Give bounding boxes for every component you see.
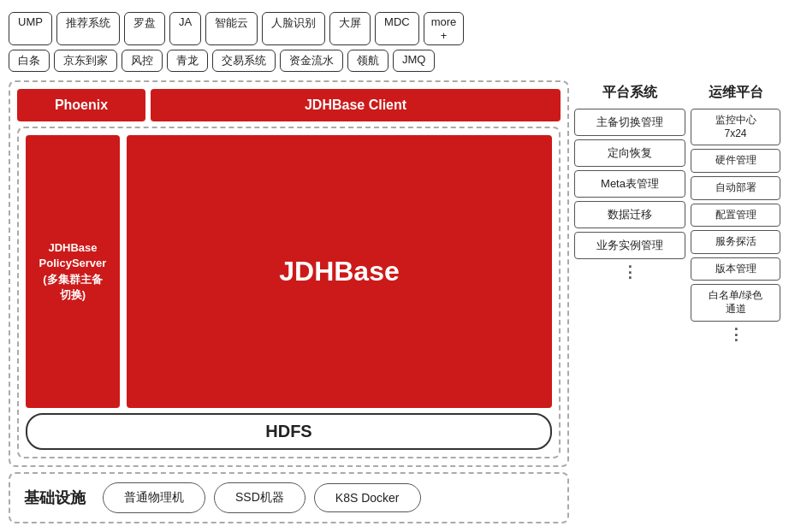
policy-server-box: JDHBasePolicyServer(多集群主备切换) xyxy=(26,135,120,408)
tag-more[interactable]: more+ xyxy=(424,12,465,45)
inner-dashed: JDHBasePolicyServer(多集群主备切换) JDHBase HDF… xyxy=(17,127,561,458)
platform-title: 平台系统 xyxy=(574,80,685,105)
infra-item-physical[interactable]: 普通物理机 xyxy=(103,482,205,513)
phoenix-label: Phoenix xyxy=(55,98,108,113)
infra-label: 基础设施 xyxy=(24,488,86,508)
platform-item-0[interactable]: 主备切换管理 xyxy=(574,109,685,136)
platform-more-dots: ⋮ xyxy=(574,263,685,281)
ops-item-probe[interactable]: 服务探活 xyxy=(691,230,780,254)
tag-zijinliushui[interactable]: 资金流水 xyxy=(280,50,343,72)
left-center-block: Phoenix JDHBase Client JDHBasePolicyServ… xyxy=(9,80,569,467)
tag-fengkong[interactable]: 风控 xyxy=(122,50,163,72)
tag-dapin[interactable]: 大屏 xyxy=(329,12,371,45)
ops-item-monitor[interactable]: 监控中心7x24 xyxy=(691,109,780,145)
jdhbase-client-box: JDHBase Client xyxy=(151,89,561,121)
top-tags-row: UMP 推荐系统 罗盘 JA 智能云 人脸识别 大屏 MDC more+ 白条 … xyxy=(9,9,780,75)
platform-item-1[interactable]: 定向恢复 xyxy=(574,139,685,167)
ops-item-whitelist[interactable]: 白名单/绿色通道 xyxy=(691,284,780,321)
platform-section: 平台系统 主备切换管理 定向恢复 Meta表管理 数据迁移 业务实例管理 ⋮ xyxy=(574,80,685,523)
platform-item-2[interactable]: Meta表管理 xyxy=(574,170,685,198)
jdhbase-big-box: JDHBase xyxy=(127,135,552,408)
ops-items: 监控中心7x24 硬件管理 自动部署 配置管理 服务探活 版本管理 白名单/绿色… xyxy=(691,109,780,343)
tag-ja[interactable]: JA xyxy=(169,12,201,45)
hdfs-label: HDFS xyxy=(265,422,311,441)
jdhbase-client-label: JDHBase Client xyxy=(305,98,406,113)
bottom-infra: 基础设施 普通物理机 SSD机器 K8S Docker xyxy=(9,472,569,523)
ops-item-deploy[interactable]: 自动部署 xyxy=(691,176,780,200)
tag-linghang[interactable]: 领航 xyxy=(347,50,389,72)
platform-items: 主备切换管理 定向恢复 Meta表管理 数据迁移 业务实例管理 ⋮ xyxy=(574,109,685,281)
ops-item-hardware[interactable]: 硬件管理 xyxy=(691,149,780,173)
tag-jiaoyixitong[interactable]: 交易系统 xyxy=(212,50,276,72)
jdhbase-label: JDHBase xyxy=(279,256,400,287)
tag-jdtojia[interactable]: 京东到家 xyxy=(54,50,117,72)
inner-top: JDHBasePolicyServer(多集群主备切换) JDHBase xyxy=(26,135,552,408)
tag-qinglong[interactable]: 青龙 xyxy=(167,50,208,72)
middle-area: Phoenix JDHBase Client JDHBasePolicyServ… xyxy=(9,80,780,523)
client-bar: Phoenix JDHBase Client xyxy=(17,89,561,121)
tag-recommend[interactable]: 推荐系统 xyxy=(56,12,120,45)
phoenix-box: Phoenix xyxy=(17,89,145,121)
platform-item-3[interactable]: 数据迁移 xyxy=(574,201,685,228)
platform-item-4[interactable]: 业务实例管理 xyxy=(574,232,685,259)
hdfs-box: HDFS xyxy=(26,413,552,450)
infra-item-ssd[interactable]: SSD机器 xyxy=(214,482,306,513)
tag-mdc[interactable]: MDC xyxy=(375,12,419,45)
infra-item-k8s[interactable]: K8S Docker xyxy=(314,483,421,512)
right-ops-panel: 运维平台 监控中心7x24 硬件管理 自动部署 配置管理 服务探活 版本管理 白… xyxy=(691,80,780,523)
ops-item-config[interactable]: 配置管理 xyxy=(691,204,780,228)
ops-more-dots: ⋮ xyxy=(691,325,780,344)
tag-face[interactable]: 人脸识别 xyxy=(262,12,325,45)
tag-baitiao[interactable]: 白条 xyxy=(9,50,50,72)
tag-ump[interactable]: UMP xyxy=(9,12,52,45)
ops-item-version[interactable]: 版本管理 xyxy=(691,257,780,281)
tag-jmq[interactable]: JMQ xyxy=(393,50,435,72)
tag-luopan[interactable]: 罗盘 xyxy=(124,12,165,45)
policy-server-label: JDHBasePolicyServer(多集群主备切换) xyxy=(39,240,107,303)
main-container: UMP 推荐系统 罗盘 JA 智能云 人脸识别 大屏 MDC more+ 白条 … xyxy=(0,0,789,532)
ops-title: 运维平台 xyxy=(691,80,780,105)
tag-smartcloud[interactable]: 智能云 xyxy=(205,12,258,45)
